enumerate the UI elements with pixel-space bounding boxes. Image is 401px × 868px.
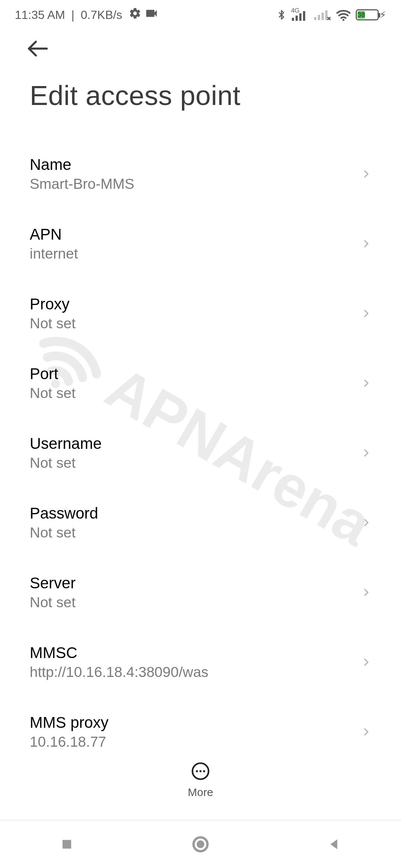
setting-label: Username xyxy=(30,435,361,453)
svg-rect-2 xyxy=(296,16,298,21)
svg-rect-15 xyxy=(62,840,71,848)
svg-point-13 xyxy=(199,770,202,772)
setting-item-port[interactable]: Port Not set xyxy=(0,348,401,418)
bottom-action-bar: More xyxy=(0,752,401,808)
setting-value: Not set xyxy=(30,315,361,332)
chevron-right-icon xyxy=(361,448,371,458)
setting-item-name[interactable]: Name Smart-Bro-MMS xyxy=(0,139,401,209)
bluetooth-icon xyxy=(276,9,287,21)
setting-label: APN xyxy=(30,226,361,243)
chevron-right-icon xyxy=(361,587,371,598)
chevron-right-icon xyxy=(361,517,371,528)
setting-item-proxy[interactable]: Proxy Not set xyxy=(0,279,401,348)
svg-rect-3 xyxy=(299,13,301,21)
chevron-right-icon xyxy=(361,378,371,388)
setting-item-username[interactable]: Username Not set xyxy=(0,418,401,488)
status-time: 11:35 AM xyxy=(15,8,65,22)
chevron-right-icon xyxy=(361,239,371,249)
camera-icon xyxy=(144,6,159,23)
nav-back-button[interactable] xyxy=(268,821,400,868)
setting-label: Proxy xyxy=(30,295,361,313)
setting-item-mmsc[interactable]: MMSC http://10.16.18.4:38090/was xyxy=(0,627,401,697)
setting-value: Not set xyxy=(30,525,361,541)
setting-value: internet xyxy=(30,246,361,262)
setting-label: Server xyxy=(30,574,361,592)
signal-nosim-icon xyxy=(313,9,331,21)
setting-label: Name xyxy=(30,156,361,174)
svg-rect-7 xyxy=(322,13,324,20)
svg-rect-6 xyxy=(318,15,320,20)
svg-rect-5 xyxy=(314,17,316,20)
setting-value: Not set xyxy=(30,594,361,611)
status-bar: 11:35 AM | 0.7KB/s 4G xyxy=(0,0,401,30)
setting-item-password[interactable]: Password Not set xyxy=(0,488,401,558)
more-button[interactable]: More xyxy=(188,762,213,799)
battery-pct: 38 xyxy=(358,11,365,19)
nav-recent-button[interactable] xyxy=(1,821,133,868)
battery-indicator: 38 ⚡︎ xyxy=(356,9,386,21)
chevron-right-icon xyxy=(361,169,371,179)
setting-label: Password xyxy=(30,504,361,522)
setting-value: Smart-Bro-MMS xyxy=(30,176,361,192)
setting-value: Not set xyxy=(30,385,361,401)
wifi-icon xyxy=(336,9,351,21)
signal-4g-icon: 4G xyxy=(291,9,309,21)
setting-item-apn[interactable]: APN internet xyxy=(0,209,401,279)
charging-bolt-icon: ⚡︎ xyxy=(379,9,386,21)
more-label: More xyxy=(188,786,213,799)
chevron-right-icon xyxy=(361,308,371,319)
nav-home-button[interactable] xyxy=(134,821,267,868)
gear-icon xyxy=(129,7,141,23)
status-net-speed: 0.7KB/s xyxy=(81,8,122,22)
svg-rect-8 xyxy=(325,10,327,20)
setting-label: MMSC xyxy=(30,644,361,662)
status-separator: | xyxy=(68,8,78,22)
back-button[interactable] xyxy=(26,37,50,62)
setting-value: http://10.16.18.4:38090/was xyxy=(30,664,361,680)
svg-point-9 xyxy=(342,19,344,21)
svg-point-12 xyxy=(196,770,198,772)
page-title: Edit access point xyxy=(30,80,371,111)
setting-value: Not set xyxy=(30,455,361,471)
svg-rect-1 xyxy=(292,18,294,21)
apn-settings-list: Name Smart-Bro-MMS APN internet Proxy No… xyxy=(0,139,401,767)
chevron-right-icon xyxy=(361,657,371,667)
setting-label: Port xyxy=(30,365,361,383)
chevron-right-icon xyxy=(361,727,371,737)
setting-label: MMS proxy xyxy=(30,714,361,731)
setting-value: 10.16.18.77 xyxy=(30,734,361,750)
svg-point-14 xyxy=(203,770,205,772)
svg-rect-4 xyxy=(303,11,305,21)
system-nav-bar xyxy=(0,820,401,868)
setting-item-server[interactable]: Server Not set xyxy=(0,558,401,627)
svg-point-17 xyxy=(197,841,205,848)
